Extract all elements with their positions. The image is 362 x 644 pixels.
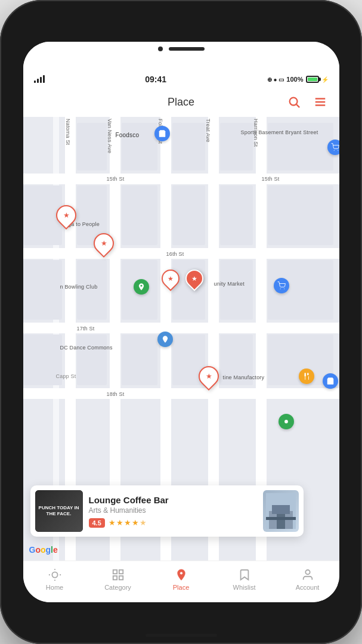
svg-point-10 [284,289,284,289]
bowling-label: n Bowling Club [60,284,98,290]
foodsco-icon[interactable] [154,126,170,141]
category-icon [111,568,125,582]
svg-point-7 [338,150,338,151]
community-icon[interactable] [274,278,289,293]
place-icon [174,568,188,582]
restaurant-icon[interactable] [299,369,314,384]
nav-item-home[interactable]: Home [23,568,86,591]
natoma-label: Natoma St [65,119,71,145]
status-bar: 09:41 ⊕ ● ▭ 100% ⚡ [23,72,339,87]
capp-label: Capp St [56,373,76,379]
speaker [169,47,205,51]
foodsco-label: Foodsco [116,132,140,138]
16th-label: 16th St [166,251,184,257]
place-card-category: Arts & Humanities [89,506,257,515]
svg-point-8 [140,285,142,287]
pin-star-1[interactable]: ★ [56,205,76,225]
battery-percent: 100% [286,76,303,83]
sports-basement-label: Sports Basement Bryant Street [241,129,318,137]
pin-star-5[interactable]: ★ [199,366,219,386]
svg-rect-25 [119,570,122,574]
nav-label-account: Account [296,584,320,591]
17th-label: 17th St [77,326,95,332]
page-title: Place [168,96,194,109]
place-card-img-text: PUNCH TODAY IN THE FACE. [35,490,83,532]
manufactory-label: tine Manufactory [223,374,265,380]
place-card[interactable]: PUNCH TODAY IN THE FACE. Lounge Coffee B… [30,485,304,537]
bottom-navigation: Home Category [23,561,339,602]
svg-point-13 [284,420,288,423]
status-icons: ⊕ ● ▭ [267,76,284,83]
place-card-rating: 4.5 ★ ★ ★ ★ ★ [89,518,257,528]
18th-label: 18th St [107,391,125,397]
phone-screen: 09:41 ⊕ ● ▭ 100% ⚡ Place [23,42,339,602]
dc-dance-label: DC Dance Commons [60,345,113,351]
nav-label-home: Home [46,584,63,591]
svg-rect-24 [113,570,116,574]
treat-label: Treat Ave [205,119,211,143]
app-header: Place [23,87,339,117]
menu-button[interactable] [311,92,330,112]
home-indicator [146,634,217,637]
svg-point-9 [280,289,280,289]
pin-star-4[interactable]: ★ [185,270,203,287]
nav-label-category: Category [104,584,131,591]
15th-label-r: 15th St [262,176,280,182]
stars: ★ ★ ★ ★ ★ [109,518,147,527]
nav-item-place[interactable]: Place [150,568,213,591]
google-logo: Google [29,545,58,555]
place-card-name: Lounge Coffee Bar [89,495,257,505]
rating-badge: 4.5 [89,518,105,528]
search-button[interactable] [284,92,304,112]
pin-star-2[interactable]: ★ [94,233,114,253]
whislist-icon [237,568,252,582]
svg-point-6 [333,150,334,151]
svg-point-28 [305,570,310,574]
svg-rect-27 [119,576,122,580]
svg-rect-26 [113,576,116,580]
green-place-icon[interactable] [279,414,294,429]
home-icon [48,568,62,582]
phone-frame: 09:41 ⊕ ● ▭ 100% ⚡ Place [0,0,362,644]
status-right-area: ⊕ ● ▭ 100% ⚡ [267,76,329,83]
nav-item-account[interactable]: Account [276,568,339,591]
pin-star-3[interactable]: ★ [162,270,180,287]
battery-icon [306,76,319,83]
account-icon [301,568,315,582]
bowling-icon[interactable] [134,279,149,295]
front-camera [158,47,163,51]
15th-label: 15th St [107,176,125,182]
charging-icon: ⚡ [321,76,329,83]
phone-top-notch [23,42,339,72]
place-card-info: Lounge Coffee Bar Arts & Humanities 4.5 … [89,495,257,528]
svg-point-0 [289,98,297,106]
place-card-image: PUNCH TODAY IN THE FACE. [35,490,83,532]
nav-item-whislist[interactable]: Whislist [213,568,276,591]
svg-line-1 [296,104,299,107]
vanness-label: Van Ness Ave [107,119,113,153]
dcdance-icon[interactable] [157,332,173,347]
nav-label-place: Place [173,584,190,591]
place-card-thumb2 [263,490,299,532]
header-actions [284,92,330,112]
shopping-icon[interactable] [323,373,338,389]
map-view[interactable]: Natoma St Van Ness Ave Folsom St Treat A… [23,117,339,561]
signal-bars [34,76,45,83]
svg-rect-18 [266,517,296,520]
svg-rect-16 [272,505,290,514]
nav-item-category[interactable]: Category [86,568,150,591]
status-time: 09:41 [145,75,166,84]
svg-rect-17 [277,514,285,529]
svg-point-19 [52,572,57,577]
community-label: unity Market [214,281,245,287]
signal-area [34,76,45,83]
nav-label-whislist: Whislist [233,584,256,591]
